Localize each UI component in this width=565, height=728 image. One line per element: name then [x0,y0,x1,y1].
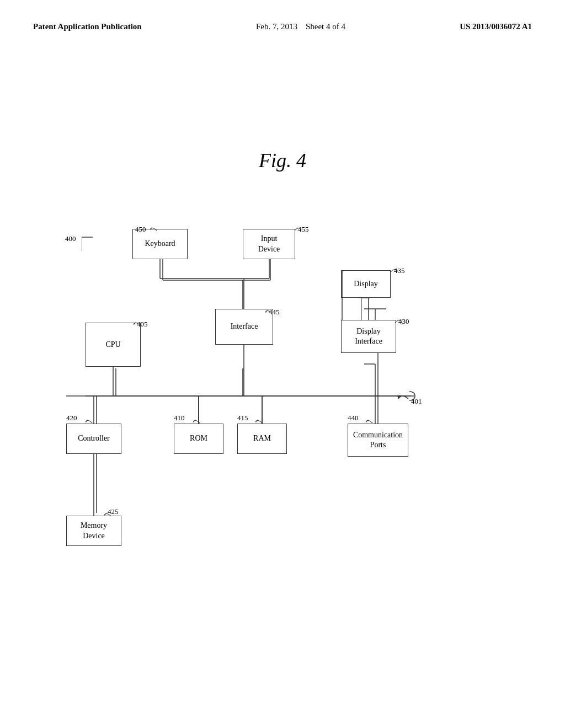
sheet-label: Sheet 4 of 4 [306,22,345,31]
date-sheet-label: Feb. 7, 2013 Sheet 4 of 4 [256,22,345,31]
patent-number-label: US 2013/0036072 A1 [460,22,532,31]
diagram-area: Fig. 4 [0,66,565,728]
publication-label: Patent Application Publication [33,22,142,31]
date-label: Feb. 7, 2013 [256,22,297,31]
main-connections [0,66,565,673]
page-header: Patent Application Publication Feb. 7, 2… [0,0,565,31]
